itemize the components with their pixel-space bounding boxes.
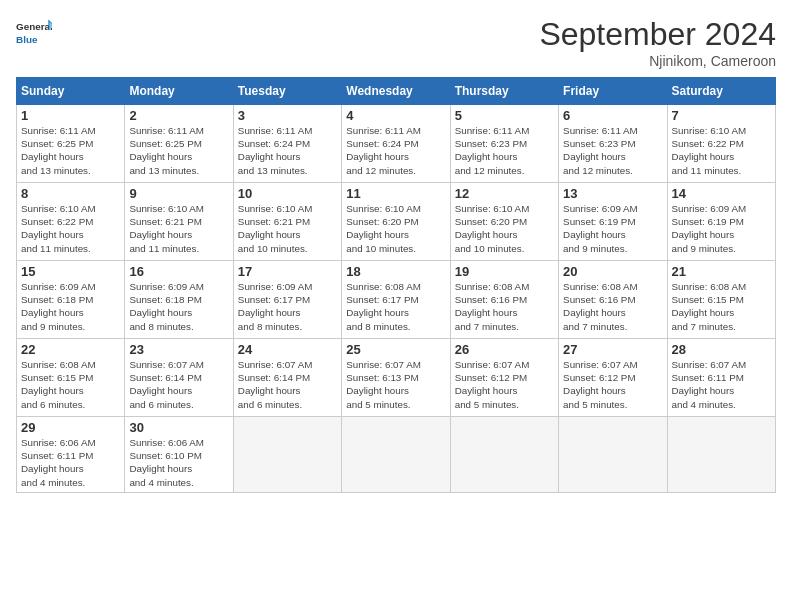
table-row: 21Sunrise: 6:08 AMSunset: 6:15 PMDayligh… [667,261,775,339]
calendar-table: Sunday Monday Tuesday Wednesday Thursday… [16,77,776,493]
table-row: 30Sunrise: 6:06 AMSunset: 6:10 PMDayligh… [125,417,233,493]
table-row: 18Sunrise: 6:08 AMSunset: 6:17 PMDayligh… [342,261,450,339]
header: General Blue September 2024 Njinikom, Ca… [16,16,776,69]
table-row: 14Sunrise: 6:09 AMSunset: 6:19 PMDayligh… [667,183,775,261]
table-row: 5Sunrise: 6:11 AMSunset: 6:23 PMDaylight… [450,105,558,183]
col-saturday: Saturday [667,78,775,105]
table-row: 25Sunrise: 6:07 AMSunset: 6:13 PMDayligh… [342,339,450,417]
table-row: 26Sunrise: 6:07 AMSunset: 6:12 PMDayligh… [450,339,558,417]
table-row: 28Sunrise: 6:07 AMSunset: 6:11 PMDayligh… [667,339,775,417]
table-row: 11Sunrise: 6:10 AMSunset: 6:20 PMDayligh… [342,183,450,261]
header-row: Sunday Monday Tuesday Wednesday Thursday… [17,78,776,105]
col-tuesday: Tuesday [233,78,341,105]
table-row: 29Sunrise: 6:06 AMSunset: 6:11 PMDayligh… [17,417,125,493]
table-row: 7Sunrise: 6:10 AMSunset: 6:22 PMDaylight… [667,105,775,183]
table-row [667,417,775,493]
table-row: 4Sunrise: 6:11 AMSunset: 6:24 PMDaylight… [342,105,450,183]
col-monday: Monday [125,78,233,105]
table-row: 22Sunrise: 6:08 AMSunset: 6:15 PMDayligh… [17,339,125,417]
table-row: 24Sunrise: 6:07 AMSunset: 6:14 PMDayligh… [233,339,341,417]
table-row: 2Sunrise: 6:11 AMSunset: 6:25 PMDaylight… [125,105,233,183]
table-row: 15Sunrise: 6:09 AMSunset: 6:18 PMDayligh… [17,261,125,339]
table-row [450,417,558,493]
col-sunday: Sunday [17,78,125,105]
table-row: 23Sunrise: 6:07 AMSunset: 6:14 PMDayligh… [125,339,233,417]
location: Njinikom, Cameroon [539,53,776,69]
table-row: 17Sunrise: 6:09 AMSunset: 6:17 PMDayligh… [233,261,341,339]
table-row [559,417,667,493]
col-thursday: Thursday [450,78,558,105]
month-title: September 2024 [539,16,776,53]
table-row: 19Sunrise: 6:08 AMSunset: 6:16 PMDayligh… [450,261,558,339]
svg-text:General: General [16,21,52,32]
table-row: 3Sunrise: 6:11 AMSunset: 6:24 PMDaylight… [233,105,341,183]
table-row: 10Sunrise: 6:10 AMSunset: 6:21 PMDayligh… [233,183,341,261]
col-wednesday: Wednesday [342,78,450,105]
table-row: 12Sunrise: 6:10 AMSunset: 6:20 PMDayligh… [450,183,558,261]
table-row [233,417,341,493]
table-row: 20Sunrise: 6:08 AMSunset: 6:16 PMDayligh… [559,261,667,339]
page-container: General Blue September 2024 Njinikom, Ca… [0,0,792,501]
table-row [342,417,450,493]
table-row: 13Sunrise: 6:09 AMSunset: 6:19 PMDayligh… [559,183,667,261]
table-row: 27Sunrise: 6:07 AMSunset: 6:12 PMDayligh… [559,339,667,417]
table-row: 9Sunrise: 6:10 AMSunset: 6:21 PMDaylight… [125,183,233,261]
table-row: 8Sunrise: 6:10 AMSunset: 6:22 PMDaylight… [17,183,125,261]
col-friday: Friday [559,78,667,105]
title-block: September 2024 Njinikom, Cameroon [539,16,776,69]
table-row: 6Sunrise: 6:11 AMSunset: 6:23 PMDaylight… [559,105,667,183]
table-row: 1Sunrise: 6:11 AMSunset: 6:25 PMDaylight… [17,105,125,183]
table-row: 16Sunrise: 6:09 AMSunset: 6:18 PMDayligh… [125,261,233,339]
logo: General Blue [16,16,52,52]
logo-icon: General Blue [16,16,52,52]
svg-text:Blue: Blue [16,34,38,45]
